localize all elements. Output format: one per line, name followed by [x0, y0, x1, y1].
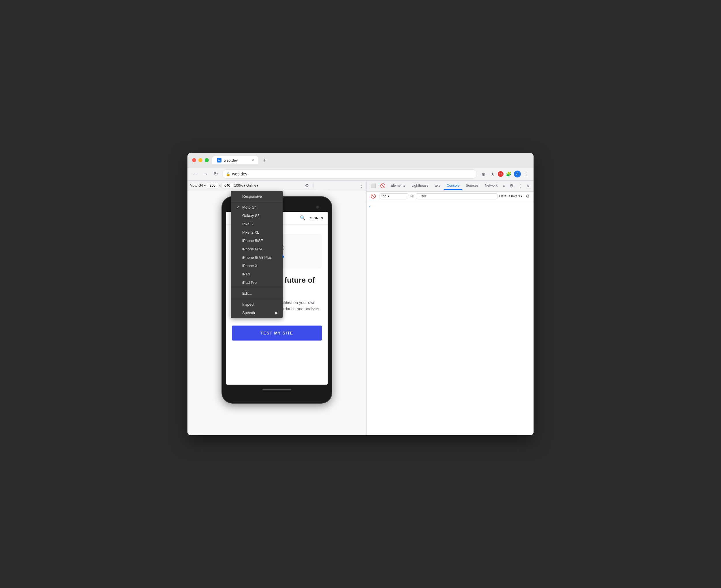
address-bar[interactable]: 🔒 web.dev — [222, 169, 477, 178]
devtools-settings-icon[interactable]: ⚙ — [508, 182, 515, 190]
device-frame-container: Responsive ✓ Moto G4 Galaxy S5 Pixel 2 — [187, 191, 366, 435]
console-filter-input[interactable] — [416, 193, 498, 199]
console-content: › — [366, 202, 534, 435]
menu-separator-1 — [231, 202, 283, 202]
forward-button[interactable]: → — [201, 170, 209, 178]
dimensions-input: × — [207, 183, 233, 188]
console-prompt-icon[interactable]: › — [369, 204, 370, 209]
device-home-bar — [262, 389, 291, 391]
menu-item-iphone-678[interactable]: iPhone 6/7/8 — [231, 245, 283, 253]
sign-in-button[interactable]: SIGN IN — [310, 216, 323, 220]
site-header-icons: 🔍 SIGN IN — [300, 215, 323, 221]
user-avatar[interactable]: A — [514, 171, 521, 177]
menu-label-iphone-5se: iPhone 5/SE — [242, 238, 263, 243]
back-icon: ← — [192, 171, 198, 177]
toolbar-more-button[interactable]: ⚙ — [303, 182, 311, 190]
menu-item-pixel-2-xl[interactable]: Pixel 2 XL — [231, 228, 283, 236]
network-chevron-icon: ▾ — [257, 184, 258, 187]
cast-button[interactable]: ⊕ — [479, 170, 487, 178]
new-tab-button[interactable]: + — [261, 156, 269, 165]
menu-check-moto-g4: ✓ — [235, 205, 240, 209]
speech-submenu-arrow-icon: ▶ — [275, 311, 278, 315]
device-toggle-icon[interactable]: ⬜ — [369, 182, 378, 190]
traffic-lights — [192, 158, 209, 162]
console-levels-label: Default levels — [499, 194, 520, 198]
toolbar-overflow-button[interactable]: ⋮ — [359, 183, 364, 188]
bookmark-button[interactable]: ★ — [488, 170, 497, 178]
console-settings-icon[interactable]: ⚙ — [524, 192, 531, 200]
refresh-button[interactable]: ↻ — [212, 170, 220, 178]
menu-item-iphone-x[interactable]: iPhone X — [231, 261, 283, 270]
dimensions-separator: × — [219, 184, 221, 188]
devtools-overflow-icon[interactable]: ⋮ — [516, 182, 524, 190]
extensions-button[interactable]: 🧩 — [505, 170, 513, 178]
height-input[interactable] — [221, 183, 233, 188]
device-camera — [316, 206, 319, 209]
menu-label-edit: Edit... — [242, 291, 252, 296]
menu-label-ipad: iPad — [242, 272, 250, 276]
device-label: Moto G4 — [190, 184, 203, 188]
console-levels-selector[interactable]: Default levels ▾ — [499, 194, 522, 198]
forward-icon: → — [203, 171, 208, 177]
menu-label-speech: Speech — [242, 311, 255, 315]
menu-item-galaxy-s5[interactable]: Galaxy S5 — [231, 211, 283, 220]
search-icon[interactable]: 🔍 — [300, 215, 306, 221]
tab-title: web.dev — [224, 158, 238, 163]
more-tabs-button[interactable]: » — [501, 182, 507, 189]
tab-sources[interactable]: Sources — [463, 182, 481, 190]
extension-icon: 🛡 — [498, 171, 503, 177]
network-throttle-selector[interactable]: Online ▾ — [246, 184, 258, 188]
devtools-toolbar: Moto G4 ▾ × 100% ▾ Online ▾ ⚙ — [187, 181, 366, 191]
toolbar-separator — [313, 183, 314, 188]
nav-icons: ⊕ ★ 🛡 🧩 A ⋮ — [479, 170, 530, 178]
console-clear-icon[interactable]: 🚫 — [369, 192, 378, 200]
menu-item-moto-g4[interactable]: ✓ Moto G4 — [231, 203, 283, 211]
inspect-element-icon[interactable]: 🚫 — [378, 182, 387, 190]
device-selector[interactable]: Moto G4 ▾ — [190, 184, 206, 188]
menu-item-ipad[interactable]: iPad — [231, 270, 283, 278]
menu-label-iphone-x: iPhone X — [242, 264, 258, 268]
menu-item-ipad-pro[interactable]: iPad Pro — [231, 278, 283, 287]
zoom-selector[interactable]: 100% ▾ — [234, 184, 245, 188]
device-bottom — [226, 385, 328, 395]
menu-button[interactable]: ⋮ — [522, 170, 530, 178]
close-button[interactable] — [192, 158, 196, 162]
menu-separator-3 — [231, 299, 283, 299]
test-my-site-button[interactable]: TEST MY SITE — [232, 326, 322, 340]
menu-label-responsive: Responsive — [242, 194, 262, 198]
menu-item-edit[interactable]: Edit... — [231, 289, 283, 298]
devtools-close-button[interactable]: × — [525, 182, 531, 190]
devtools-tabs: ⬜ 🚫 Elements Lighthouse axe Console Sour… — [366, 181, 534, 192]
tab-console[interactable]: Console — [444, 182, 462, 190]
console-context-selector[interactable]: top ▾ — [380, 193, 408, 199]
devtools-actions: ⚙ ⋮ × — [508, 182, 531, 190]
navigation-bar: ← → ↻ 🔒 web.dev ⊕ ★ 🛡 🧩 A ⋮ — [187, 168, 534, 181]
menu-item-speech[interactable]: Speech ▶ — [231, 309, 283, 317]
back-button[interactable]: ← — [191, 170, 199, 178]
tab-elements[interactable]: Elements — [388, 182, 408, 190]
console-target-arrow-icon: ▾ — [387, 194, 389, 198]
address-text: web.dev — [232, 172, 247, 176]
tab-close-button[interactable]: × — [252, 158, 254, 162]
menu-label-pixel-2-xl: Pixel 2 XL — [242, 230, 259, 234]
lock-icon: 🔒 — [226, 172, 231, 176]
menu-label-galaxy-s5: Galaxy S5 — [242, 213, 260, 218]
menu-item-responsive[interactable]: Responsive — [231, 192, 283, 201]
menu-item-iphone-5se[interactable]: iPhone 5/SE — [231, 236, 283, 245]
maximize-button[interactable] — [205, 158, 209, 162]
menu-item-inspect[interactable]: Inspect — [231, 300, 283, 309]
menu-item-pixel-2[interactable]: Pixel 2 — [231, 220, 283, 228]
menu-label-ipad-pro: iPad Pro — [242, 280, 257, 285]
tab-lighthouse[interactable]: Lighthouse — [409, 182, 432, 190]
console-eye-icon[interactable]: 👁 — [410, 194, 414, 198]
width-input[interactable] — [207, 183, 218, 188]
tab-favicon: w — [217, 158, 221, 163]
tab-network[interactable]: Network — [482, 182, 500, 190]
minimize-button[interactable] — [198, 158, 202, 162]
menu-separator-2 — [231, 288, 283, 288]
device-dropdown-menu: Responsive ✓ Moto G4 Galaxy S5 Pixel 2 — [231, 191, 283, 318]
browser-tab[interactable]: w web.dev × — [212, 156, 258, 164]
tab-axe[interactable]: axe — [432, 182, 443, 190]
menu-item-iphone-678-plus[interactable]: iPhone 6/7/8 Plus — [231, 253, 283, 261]
menu-label-iphone-678: iPhone 6/7/8 — [242, 247, 263, 251]
